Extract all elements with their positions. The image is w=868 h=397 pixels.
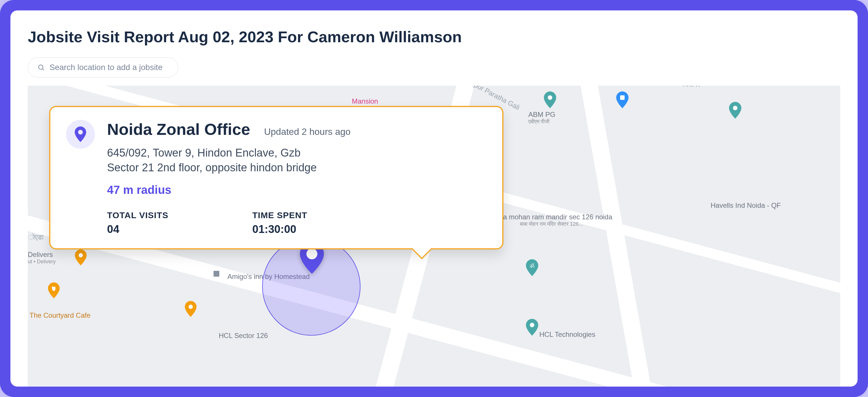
- map-label-noida-hi: ोएडा: [28, 233, 43, 241]
- map-label-havells: Havells Ind Noida - QF: [711, 202, 781, 210]
- svg-point-2: [548, 95, 552, 100]
- map-pin-icon: [543, 91, 557, 108]
- map-label-hcl-right: HCL Technologies: [539, 331, 595, 339]
- svg-text:ॐ: ॐ: [530, 263, 534, 269]
- map-pin-food-icon: [184, 301, 197, 317]
- map-label-delivers-sub: ut • Delivery: [28, 259, 56, 265]
- location-pin-icon: [66, 120, 95, 149]
- map-label-baba-text: Baba mohan ram mandir sec 126 noida: [491, 213, 612, 221]
- map-label-abm: ABM PG एबीएम पीजी: [528, 111, 555, 125]
- map-label-mansion: Mansion: [352, 97, 378, 105]
- address-line2: Sector 21 2nd floor, opposite hindon bri…: [107, 160, 487, 175]
- stat-time-spent: TIME SPENT 01:30:00: [252, 210, 307, 236]
- map-label-hcl: HCL Sector 126: [219, 332, 268, 340]
- map-label-abm-text: ABM PG: [528, 111, 555, 118]
- time-spent-value: 01:30:00: [252, 223, 307, 236]
- map-label-delivers-text: Delivers: [28, 251, 53, 258]
- address-line1: 645/092, Tower 9, Hindon Enclave, Gzb: [107, 146, 487, 160]
- svg-rect-3: [620, 95, 624, 100]
- total-visits-label: TOTAL VISITS: [107, 210, 168, 220]
- map-label-courtyard: The Courtyard Cafe: [30, 311, 91, 319]
- total-visits-value: 04: [107, 223, 168, 236]
- search-bar[interactable]: [28, 57, 178, 78]
- jobsite-popup: Noida Zonal Office Updated 2 hours ago 6…: [49, 106, 503, 249]
- svg-point-6: [530, 323, 534, 327]
- updated-time: Updated 2 hours ago: [264, 126, 351, 137]
- map-pin-icon: [525, 319, 539, 336]
- svg-point-0: [38, 65, 43, 69]
- svg-point-10: [78, 130, 83, 134]
- map-building-icon: [212, 270, 220, 278]
- page-title: Jobsite Visit Report Aug 02, 2023 For Ca…: [28, 28, 840, 46]
- svg-point-7: [79, 253, 83, 257]
- time-spent-label: TIME SPENT: [252, 210, 307, 220]
- map-label-abm-sub: एबीएम पीजी: [528, 119, 555, 125]
- map-label-baba: Baba mohan ram mandir sec 126 noida बाबा…: [491, 213, 612, 227]
- map-label-delivers: Delivers ut • Delivery: [28, 251, 56, 265]
- svg-point-4: [733, 106, 737, 110]
- outer-purple-frame: Jobsite Visit Report Aug 02, 2023 For Ca…: [0, 0, 868, 397]
- search-input[interactable]: [50, 63, 169, 72]
- svg-point-9: [306, 248, 317, 259]
- map-pin-om-icon: ॐ: [525, 259, 539, 276]
- svg-point-8: [189, 305, 193, 309]
- map-pin-food-icon: [74, 249, 87, 265]
- radius-value: 47 m radius: [107, 183, 487, 196]
- jobsite-name: Noida Zonal Office: [107, 120, 250, 139]
- map-label-baba-sub: बाबा मोहन राम मंदिर सेक्टर 126...: [491, 221, 612, 227]
- map-label-square: स्क्वायर: [682, 86, 700, 89]
- map-pin-shop-icon: [615, 91, 629, 108]
- map-pin-cafe-icon: [47, 282, 60, 298]
- search-icon: [37, 64, 45, 71]
- stat-total-visits: TOTAL VISITS 04: [107, 210, 168, 236]
- map-pin-icon: [728, 102, 742, 119]
- svg-line-1: [42, 69, 44, 70]
- jobsite-address: 645/092, Tower 9, Hindon Enclave, Gzb Se…: [107, 146, 487, 175]
